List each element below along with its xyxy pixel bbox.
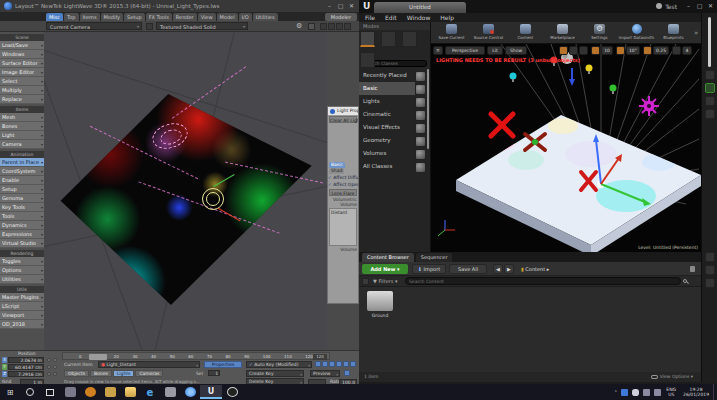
level-editor-tab[interactable]: Untitled — [374, 2, 466, 13]
item-filter-button[interactable]: Objects — [64, 370, 89, 377]
menu-item[interactable]: Help — [440, 14, 454, 21]
import-datasmith-button[interactable]: Import Datasmith — [618, 23, 655, 43]
placeable-item[interactable] — [415, 97, 426, 108]
texture-button[interactable] — [53, 358, 57, 362]
lightwave-tab[interactable]: I/O — [239, 13, 252, 21]
timeline-ruler[interactable]: 0102030405060708090100110120 120 — [62, 352, 330, 360]
place-category[interactable]: Recently Placed — [359, 69, 415, 82]
lit-button[interactable]: Lit — [487, 46, 503, 55]
speaker-icon[interactable] — [643, 389, 650, 396]
placeable-item[interactable] — [415, 110, 426, 121]
scale-snap-icon[interactable] — [643, 46, 652, 55]
panel-tab-icon[interactable] — [705, 278, 715, 288]
angle-snap-value[interactable]: 10° — [626, 46, 640, 55]
place-category[interactable]: Visual Effects — [359, 121, 415, 134]
item-filter-button[interactable]: Lights — [113, 370, 135, 377]
blueprints-button[interactable]: Blueprints — [655, 23, 692, 43]
clock[interactable]: 19:2826/01/2019 — [683, 387, 709, 398]
content-button[interactable]: Content — [507, 23, 544, 43]
tab-content-browser[interactable]: Content Browser — [362, 253, 414, 262]
sidebar-item[interactable]: Expressions — [0, 230, 44, 239]
item-filter-button[interactable]: Cameras — [135, 370, 163, 377]
sidebar-item[interactable]: Image Editor — [0, 68, 44, 77]
sidebar-item[interactable]: Bones — [0, 122, 44, 131]
folder-thumbnail[interactable] — [367, 291, 393, 311]
save-all-button[interactable]: Save All — [449, 264, 487, 274]
item-filter-button[interactable]: Bones — [90, 370, 112, 377]
texture-button[interactable] — [53, 372, 57, 376]
panel-tab-icon[interactable] — [705, 109, 715, 119]
go-start-button[interactable] — [315, 361, 321, 367]
modeler-button[interactable]: Modeler — [325, 13, 357, 21]
layout-preset-button[interactable] — [328, 23, 335, 30]
landscape-mode-icon[interactable] — [402, 31, 417, 47]
placeable-item[interactable] — [415, 123, 426, 134]
menu-item[interactable]: Edit — [385, 14, 397, 21]
camera-speed-icon[interactable] — [672, 46, 681, 55]
viewport-mode-icon[interactable] — [146, 23, 153, 30]
camera-select[interactable]: Current Camera — [46, 22, 142, 30]
settings-button[interactable]: ⚙ Settings — [581, 23, 618, 43]
envelope-button[interactable] — [47, 372, 51, 376]
affect-opengl-checkbox[interactable]: ✓ Affect OpenGL — [328, 181, 358, 188]
minimize-icon[interactable]: – — [324, 1, 335, 11]
lightwave-tab[interactable]: View — [198, 13, 216, 21]
position-label[interactable]: Position — [18, 351, 36, 356]
tray-chevron-icon[interactable]: ˄ — [614, 389, 617, 396]
sidebar-item[interactable]: CoordSystem — [0, 167, 44, 176]
texture-button[interactable] — [53, 365, 57, 369]
browser-icon[interactable] — [180, 385, 200, 399]
file-explorer-icon[interactable] — [120, 385, 140, 399]
import-button[interactable]: ⬇ Import — [412, 264, 446, 274]
sidebar-item[interactable]: Virtual Studio — [0, 239, 44, 248]
tab-sequencer[interactable]: Sequencer — [416, 253, 453, 262]
place-category[interactable]: Cinematic — [359, 108, 415, 121]
minimize-icon[interactable]: – — [683, 1, 694, 11]
sidebar-item[interactable]: Mesh — [0, 113, 44, 122]
sidebar-item[interactable]: Toggles — [0, 257, 44, 266]
x-position-value[interactable]: 2.0674 m — [8, 357, 44, 363]
placeable-item[interactable] — [415, 149, 426, 160]
unreal-taskbar-icon[interactable]: U — [200, 385, 222, 399]
gear-icon[interactable]: ⚙ — [296, 22, 302, 30]
source-control-button[interactable]: Source Control — [470, 23, 507, 43]
menu-item[interactable]: File — [365, 14, 375, 21]
shading-select[interactable]: Textured Shaded Solid — [156, 22, 248, 30]
panel-tab-icon[interactable] — [705, 265, 715, 275]
sidebar-item[interactable]: Viewport — [0, 311, 44, 320]
search-content-input[interactable] — [405, 277, 681, 285]
menu-item[interactable]: Window — [407, 14, 431, 21]
sidebar-item[interactable]: Parent in Place — [0, 158, 44, 167]
start-button[interactable]: ⊞ — [0, 385, 20, 399]
view-options-button[interactable]: View Options ▾ — [651, 372, 693, 382]
scale-tool-icon[interactable] — [579, 46, 588, 55]
end-frame-field[interactable]: 120 — [313, 354, 327, 360]
onedrive-icon[interactable] — [632, 389, 639, 396]
maximize-icon[interactable]: ▢ — [335, 1, 346, 11]
layout-preset-button[interactable] — [320, 23, 327, 30]
lightwave-titlebar[interactable]: Layout™ NewTek LightWave 3D® 2015.3 (64-… — [0, 0, 359, 12]
sidebar-item[interactable]: Key Tools — [0, 203, 44, 212]
envelope-button[interactable] — [47, 365, 51, 369]
cortana-icon[interactable] — [20, 385, 40, 399]
sidebar-item[interactable]: Genoma — [0, 194, 44, 203]
lightwave-tab[interactable]: Top — [64, 13, 78, 21]
task-view-icon[interactable] — [40, 385, 60, 399]
taskbar-app-folder-orange[interactable] — [100, 385, 120, 399]
lightwave-tab[interactable]: Setup — [124, 13, 145, 21]
back-icon[interactable]: ◀ — [493, 264, 503, 274]
sidebar-item[interactable]: Options — [0, 266, 44, 275]
foliage-mode-icon[interactable] — [360, 52, 375, 68]
place-category[interactable]: Volumes — [359, 147, 415, 160]
lightwave-tab[interactable]: FX Tools — [146, 13, 172, 21]
panel-title[interactable]: Light Prope — [328, 107, 358, 115]
sidebar-item[interactable]: Windows — [0, 50, 44, 59]
place-mode-icon[interactable] — [360, 31, 375, 47]
perspective-button[interactable]: Perspective — [445, 46, 485, 55]
translate-tool-icon[interactable] — [559, 46, 568, 55]
next-key-button[interactable] — [343, 361, 349, 367]
paint-mode-icon[interactable] — [381, 31, 396, 47]
add-new-button[interactable]: Add New ▾ — [362, 264, 408, 274]
unreal-titlebar[interactable]: U Untitled Test – ▢ ✕ — [359, 0, 717, 13]
grid-snap-icon[interactable] — [591, 46, 600, 55]
